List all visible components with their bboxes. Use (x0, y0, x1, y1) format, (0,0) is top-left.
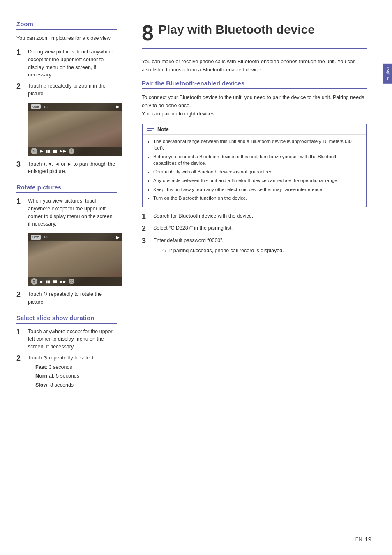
note-title: Note (157, 127, 169, 132)
zoom-section: Zoom You can zoom in pictures for a clos… (16, 21, 117, 175)
pair-step-2: 2 Select “CID3287” in the pairing list. (142, 224, 367, 233)
slideshow-sub-list: Fast: 3 seconds Normal: 5 seconds Slow: … (28, 364, 117, 389)
zoom-image: USB 1/2 ▶ ⚙ ▶ ▮▮ ▮▮ ▶▶ (28, 103, 122, 156)
zoom-step-3: 3 Touch ♦, ♥, ◄ or ► to pan through the … (16, 160, 117, 176)
zoom-steps: 1 During view pictures, touch anywhere e… (16, 48, 117, 98)
slideshow-step-1: 1 Touch anywhere except for the upper le… (16, 328, 117, 351)
note-bullet-2: Before you connect a Bluetooth device to… (153, 153, 362, 166)
note-icon (147, 127, 154, 132)
slideshow-fast: Fast: 3 seconds (35, 364, 117, 371)
zoom-heading: Zoom (16, 21, 117, 30)
pairing-steps: 1 Search for Bluetooth device with the d… (142, 212, 367, 255)
rotate-steps: 1 When you view pictures, touch anywhere… (16, 197, 117, 228)
note-content: The operational range between this unit … (143, 135, 366, 207)
slideshow-step-2: 2 Touch ⊙ repeatedly to select: Fast: 3 … (16, 354, 117, 390)
note-header: Note (143, 124, 366, 135)
pair-step-3: 3 Enter default password “0000”. ↪ if pa… (142, 237, 367, 255)
page-number: 19 (364, 536, 371, 543)
note-box: Note The operational range between this … (142, 124, 367, 207)
note-bullets: The operational range between this unit … (147, 138, 362, 201)
note-bullet-5: Keep this unit away from any other elect… (153, 186, 362, 193)
rotate-image: USB 1/2 ▶ ⚙ ▶ ▮▮ ▮▮ ▶▶ (28, 233, 122, 286)
slideshow-normal: Normal: 5 seconds (35, 372, 117, 380)
pair-intro: To connect your Bluetooth device to the … (142, 93, 367, 118)
zoom-step-2: 2 Touch ⌕ repeatedly to zoom in the pict… (16, 82, 117, 98)
page-footer: EN 19 (355, 536, 371, 543)
chapter-intro: You can make or receive phone calls with… (142, 58, 367, 74)
zoom-step-1: 1 During view pictures, touch anywhere e… (16, 48, 117, 79)
rotate-heading: Rotate pictures (16, 184, 117, 193)
pair-section: Pair the Bluetooth-enabled devices To co… (142, 80, 367, 255)
slideshow-steps: 1 Touch anywhere except for the upper le… (16, 328, 117, 390)
slideshow-slow: Slow: 8 seconds (35, 381, 117, 389)
rotate-step-1: 1 When you view pictures, touch anywhere… (16, 197, 117, 228)
left-column: Zoom You can zoom in pictures for a clos… (0, 12, 127, 543)
rotate-step2-list: 2 Touch ↻ repeatedly to rotate the pictu… (16, 290, 117, 306)
zoom-intro: You can zoom in pictures for a close vie… (16, 34, 117, 42)
note-bullet-1: The operational range between this unit … (153, 138, 362, 151)
note-bullet-3: Compatibility with all Bluetooth devices… (153, 168, 362, 175)
chapter-header: 8 Play with Bluetooth device (142, 21, 367, 49)
zoom-step3-list: 3 Touch ♦, ♥, ◄ or ► to pan through the … (16, 160, 117, 176)
slideshow-section: Select slide show duration 1 Touch anywh… (16, 314, 117, 390)
chapter-title: Play with Bluetooth device (142, 21, 367, 37)
result-arrow: ↪ if pairing succeeds, phone call record… (162, 247, 367, 255)
rotate-section: Rotate pictures 1 When you view pictures… (16, 184, 117, 306)
pair-step-1: 1 Search for Bluetooth device with the d… (142, 212, 367, 221)
right-column: 8 Play with Bluetooth device You can mak… (127, 12, 383, 543)
pair-heading: Pair the Bluetooth-enabled devices (142, 80, 367, 89)
note-bullet-4: Any obstacle between this unit and a Blu… (153, 177, 362, 184)
slideshow-heading: Select slide show duration (16, 314, 117, 324)
rotate-step-2: 2 Touch ↻ repeatedly to rotate the pictu… (16, 290, 117, 306)
chapter-number: 8 (142, 22, 154, 44)
note-bullet-6: Turn on the Bluetooth function on the de… (153, 195, 362, 201)
language-tab: English (383, 64, 392, 84)
